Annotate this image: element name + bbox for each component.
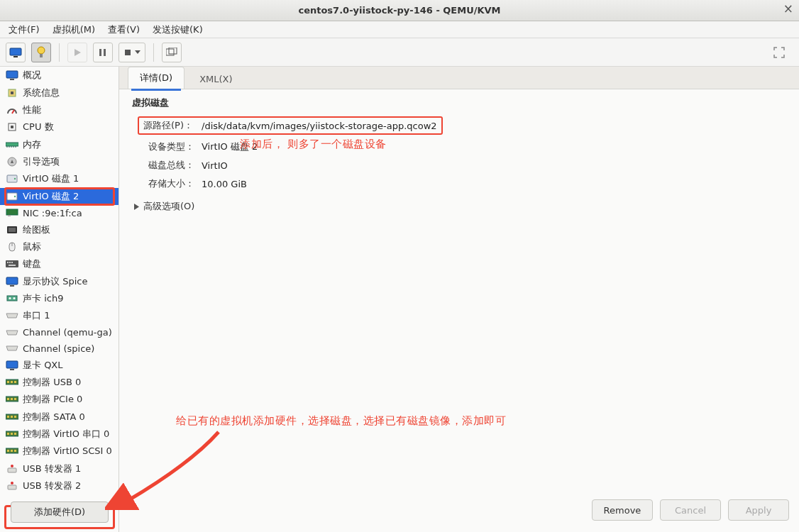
sidebar-item-label: NIC :9e:1f:ca: [23, 208, 82, 218]
sidebar-item-label: 引导选项: [23, 155, 60, 168]
svg-rect-54: [7, 433, 9, 435]
sidebar-item-label: 声卡 ich9: [23, 292, 63, 305]
run-button[interactable]: [67, 43, 87, 62]
sidebar-item[interactable]: 控制器 VirtIO 串口 0: [0, 426, 119, 443]
svg-rect-32: [11, 262, 13, 263]
sidebar-item-label: 控制器 VirtIO 串口 0: [23, 428, 109, 440]
console-view-button[interactable]: [6, 43, 26, 62]
svg-rect-61: [8, 468, 16, 472]
sidebar-item[interactable]: 显示协议 Spice: [0, 273, 119, 290]
toolbar-separator: [153, 43, 154, 62]
sidebar-item-label: 概况: [23, 69, 41, 82]
svg-rect-63: [8, 485, 16, 489]
sidebar-item[interactable]: 系统信息: [0, 84, 119, 101]
section-heading: 虚拟磁盘: [132, 96, 786, 109]
svg-rect-40: [10, 369, 14, 370]
svg-rect-33: [9, 265, 16, 266]
sidebar-item-label: Channel (qemu-ga): [23, 327, 112, 338]
sidebar-item[interactable]: 概况: [0, 67, 119, 84]
sidebar-item[interactable]: 控制器 VirtIO SCSI 0: [0, 443, 119, 460]
sidebar-item[interactable]: 显卡 QXL: [0, 356, 119, 373]
sidebar-item[interactable]: USB 转发器 2: [0, 477, 119, 494]
menu-file[interactable]: 文件(F): [6, 22, 43, 38]
bus-value: VirtIO: [202, 160, 228, 171]
sidebar-item[interactable]: CPU 数: [0, 118, 119, 135]
svg-rect-59: [11, 450, 13, 452]
close-icon[interactable]: ×: [783, 1, 793, 16]
sidebar-item[interactable]: 串口 1: [0, 307, 119, 324]
svg-rect-44: [14, 381, 16, 383]
serial-icon: [6, 327, 18, 338]
svg-rect-8: [166, 49, 174, 55]
svg-marker-65: [134, 204, 139, 210]
svg-rect-34: [6, 277, 18, 284]
svg-rect-1: [13, 56, 18, 57]
size-label: 存储大小：: [138, 177, 194, 190]
svg-rect-24: [8, 215, 11, 216]
add-hardware-button[interactable]: 添加硬件(D): [11, 501, 109, 523]
usb-icon: [6, 463, 18, 475]
cancel-button[interactable]: Cancel: [660, 499, 721, 521]
sidebar-item[interactable]: 键盘: [0, 255, 119, 272]
sidebar-item[interactable]: 控制器 USB 0: [0, 374, 119, 391]
disk-icon: [6, 191, 18, 202]
sidebar-item[interactable]: NIC :9e:1f:ca: [0, 205, 119, 221]
svg-rect-58: [7, 450, 9, 452]
annotation-arrow: [105, 425, 247, 510]
hardware-sidebar: 概况系统信息性能CPU 数内存引导选项VirtIO 磁盘 1VirtIO 磁盘 …: [0, 67, 119, 532]
sidebar-item[interactable]: 绘图板: [0, 221, 119, 238]
sidebar-item-label: 系统信息: [23, 87, 60, 99]
sidebar-item[interactable]: Channel (qemu-ga): [0, 325, 119, 340]
shutdown-menu[interactable]: [119, 43, 145, 62]
fullscreen-button[interactable]: [769, 43, 789, 62]
serial-icon: [6, 343, 18, 354]
sidebar-item[interactable]: VirtIO 磁盘 2: [0, 188, 119, 205]
apply-button[interactable]: Apply: [728, 499, 789, 521]
sidebar-item-label: USB 转发器 1: [23, 462, 81, 475]
sidebar-item[interactable]: 引导选项: [0, 153, 119, 170]
svg-rect-56: [14, 433, 16, 435]
details-view-button[interactable]: [31, 43, 51, 62]
menu-vm[interactable]: 虚拟机(M): [50, 22, 98, 38]
sidebar-item[interactable]: 性能: [0, 101, 119, 118]
svg-rect-36: [7, 296, 17, 301]
menu-view[interactable]: 查看(V): [105, 22, 143, 38]
sidebar-item[interactable]: VirtIO 磁盘 1: [0, 170, 119, 187]
svg-rect-13: [11, 92, 13, 94]
sidebar-item[interactable]: USB 转发器 1: [0, 460, 119, 477]
sidebar-item[interactable]: 声卡 ich9: [0, 290, 119, 307]
svg-point-20: [14, 178, 16, 179]
window-title: centos7.0-yiistock-py-146 - QEMU/KVM: [298, 5, 500, 16]
sidebar-item[interactable]: 鼠标: [0, 238, 119, 255]
footer-buttons: Remove Cancel Apply: [592, 499, 789, 521]
pause-icon: [99, 48, 107, 57]
svg-rect-17: [6, 143, 18, 146]
snapshots-button[interactable]: [162, 43, 182, 62]
sidebar-item[interactable]: 控制器 PCIe 0: [0, 391, 119, 408]
content-area: 概况系统信息性能CPU 数内存引导选项VirtIO 磁盘 1VirtIO 磁盘 …: [0, 67, 799, 532]
sidebar-item[interactable]: Channel (spice): [0, 340, 119, 356]
play-icon: [73, 48, 82, 57]
source-path-value: /disk/data/kvm/images/yiistock-storage-a…: [202, 121, 437, 131]
monitor-icon: [9, 48, 22, 57]
memory-icon: [6, 139, 18, 150]
svg-rect-47: [11, 398, 13, 400]
remove-button[interactable]: Remove: [592, 499, 653, 521]
sidebar-item[interactable]: 内存: [0, 136, 119, 153]
ctrl-icon: [6, 445, 18, 457]
sidebar-item[interactable]: 控制器 SATA 0: [0, 409, 119, 426]
toolbar-separator: [59, 43, 60, 62]
monitor-icon: [6, 360, 18, 371]
svg-rect-6: [104, 49, 106, 56]
svg-rect-9: [169, 48, 177, 54]
advanced-options-expander[interactable]: 高级选项(O): [133, 200, 785, 213]
svg-rect-51: [11, 416, 13, 418]
tab-xml[interactable]: XML(X): [187, 69, 244, 89]
annotation-highlight-path: 源路径(P)： /disk/data/kvm/images/yiistock-s…: [138, 116, 443, 135]
chip-icon: [6, 87, 18, 99]
svg-rect-5: [99, 49, 101, 56]
menu-sendkey[interactable]: 发送按键(K): [150, 22, 206, 38]
sidebar-item-label: 控制器 VirtIO SCSI 0: [23, 445, 112, 458]
pause-button[interactable]: [93, 43, 113, 62]
tab-details[interactable]: 详情(D): [128, 67, 184, 89]
